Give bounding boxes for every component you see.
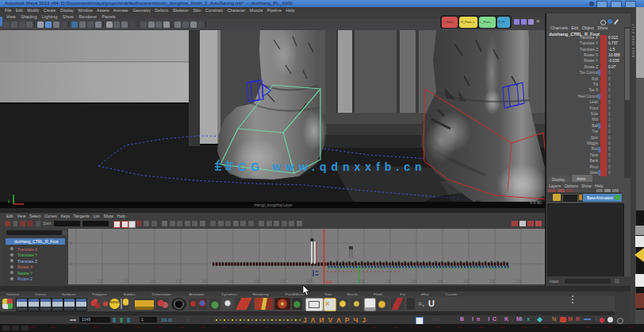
svg-text:150: 150	[254, 280, 260, 284]
svg-text:CG www.qdnxxfb.cn: CG www.qdnxxfb.cn	[238, 160, 427, 173]
svg-text:135: 135	[175, 280, 182, 284]
svg-text:145: 145	[228, 280, 234, 284]
svg-text:zhengti_kongzhiqi:Layer: zhengti_kongzhiqi:Layer	[254, 203, 293, 207]
svg-text:185: 185	[437, 280, 443, 284]
svg-text:190: 190	[463, 280, 470, 284]
svg-text:120: 120	[97, 280, 103, 284]
svg-text:130: 130	[149, 280, 155, 284]
svg-text:200: 200	[516, 280, 522, 284]
svg-text:N R BG: N R BG	[530, 201, 542, 205]
svg-text:140: 140	[201, 280, 208, 284]
svg-text:175: 175	[385, 280, 391, 284]
svg-text:180: 180	[411, 280, 417, 284]
svg-text:125: 125	[123, 280, 129, 284]
svg-text:170: 170	[358, 280, 365, 284]
svg-text:124: 124	[326, 280, 333, 284]
svg-text:160: 160	[306, 280, 312, 284]
svg-text:195: 195	[489, 280, 496, 284]
svg-text:155: 155	[280, 280, 286, 284]
